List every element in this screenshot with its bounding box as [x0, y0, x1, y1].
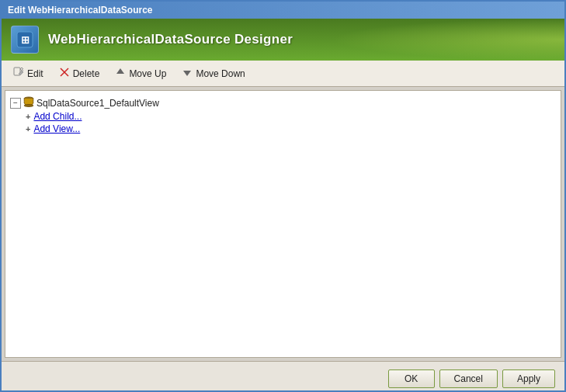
- window-title: Edit WebHierarchicalDataSource: [8, 5, 153, 16]
- delete-icon: [59, 67, 70, 80]
- add-view-plus-icon: +: [26, 124, 30, 134]
- title-bar: Edit WebHierarchicalDataSource: [2, 2, 564, 19]
- tree-root-label: SqlDataSource1_DefaultView: [36, 98, 159, 109]
- edit-label: Edit: [27, 68, 43, 79]
- content-wrapper: − SqlDataSource1_DefaultView + Add Child…: [2, 87, 564, 361]
- ok-button[interactable]: OK: [388, 369, 435, 388]
- svg-marker-9: [116, 68, 124, 74]
- add-child-action[interactable]: + Add Child...: [26, 110, 556, 123]
- add-child-label[interactable]: Add Child...: [33, 111, 82, 122]
- tree-root-toggle[interactable]: −: [10, 98, 21, 109]
- add-view-label[interactable]: Add View...: [33, 123, 80, 134]
- tree-root-node: − SqlDataSource1_DefaultView: [10, 95, 556, 110]
- svg-line-5: [22, 68, 23, 69]
- move-down-button[interactable]: Move Down: [175, 64, 252, 83]
- delete-button[interactable]: Delete: [52, 64, 107, 83]
- move-down-icon: [182, 67, 193, 80]
- move-up-label: Move Up: [129, 68, 166, 79]
- apply-button[interactable]: Apply: [502, 369, 555, 388]
- header-banner: ⊞ WebHierarchicalDataSource Designer: [2, 19, 564, 61]
- edit-icon: [13, 67, 24, 80]
- move-up-icon: [115, 67, 126, 80]
- svg-text:⊞: ⊞: [21, 34, 30, 46]
- tree-children: + Add Child... + Add View...: [26, 110, 556, 135]
- edit-button[interactable]: Edit: [6, 64, 50, 83]
- svg-marker-10: [183, 71, 191, 76]
- tree-area: − SqlDataSource1_DefaultView + Add Child…: [5, 90, 561, 358]
- delete-label: Delete: [73, 68, 100, 79]
- db-icon: [23, 96, 35, 109]
- add-child-plus-icon: +: [26, 112, 30, 121]
- cancel-button[interactable]: Cancel: [439, 369, 498, 388]
- move-up-button[interactable]: Move Up: [108, 64, 173, 83]
- svg-point-12: [24, 105, 33, 107]
- move-down-label: Move Down: [196, 68, 245, 79]
- header-logo: ⊞: [11, 26, 39, 54]
- add-view-action[interactable]: + Add View...: [26, 123, 556, 135]
- footer: OK Cancel Apply: [2, 361, 564, 392]
- toolbar: Edit Delete Move Up Move Down: [2, 61, 564, 87]
- header-title: WebHierarchicalDataSource Designer: [48, 32, 293, 47]
